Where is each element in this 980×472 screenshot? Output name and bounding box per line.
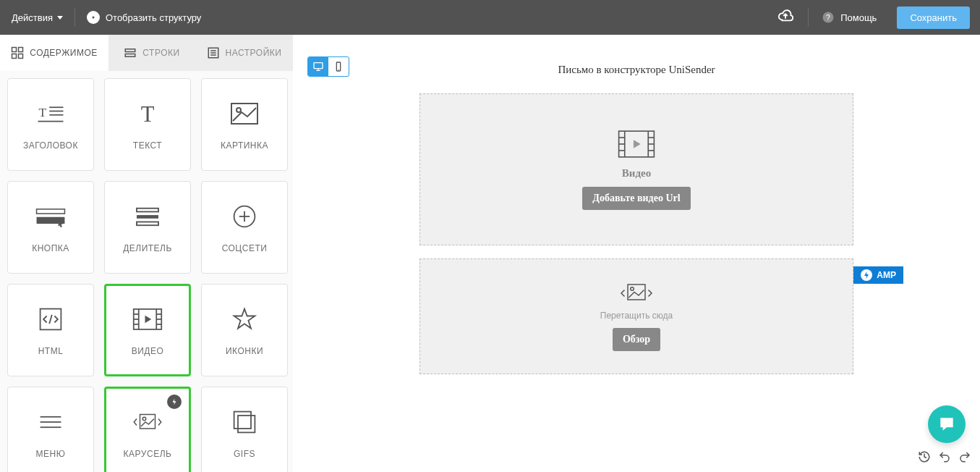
chat-fab[interactable] (928, 405, 966, 443)
tab-settings[interactable]: НАСТРОЙКИ (195, 35, 293, 71)
video-block-title: Видео (622, 167, 651, 180)
actions-dropdown[interactable]: Действия (0, 0, 74, 35)
tile-label: ВИДЕО (132, 346, 164, 356)
gifs-icon (229, 407, 260, 437)
tile-label: ИКОНКИ (226, 346, 263, 356)
tile-html[interactable]: HTML (7, 284, 94, 376)
carousel-icon (132, 407, 163, 437)
svg-point-0 (92, 17, 94, 19)
cloud-icon (776, 8, 795, 24)
mobile-view-button[interactable] (328, 57, 349, 76)
svg-point-47 (142, 417, 146, 421)
tile-social[interactable]: СОЦСЕТИ (201, 181, 288, 274)
svg-rect-4 (19, 48, 23, 52)
text-icon: T (132, 98, 163, 129)
cloud-status-button[interactable] (763, 8, 808, 27)
history-button[interactable] (916, 449, 932, 465)
tile-video[interactable]: ВИДЕО (104, 284, 191, 376)
redo-icon (958, 450, 971, 463)
chat-icon (937, 415, 956, 434)
top-bar: Действия Отобразить структуру ? Помощь С… (0, 0, 980, 35)
help-button[interactable]: ? Помощь (809, 11, 890, 24)
svg-rect-50 (314, 63, 323, 69)
settings-tab-icon (207, 46, 220, 59)
svg-rect-49 (234, 412, 251, 429)
tile-label: GIFS (234, 449, 255, 459)
svg-rect-21 (37, 209, 65, 214)
history-icon (918, 450, 931, 463)
video-placeholder-icon (618, 130, 655, 159)
save-button[interactable]: Сохранить (897, 7, 970, 29)
bolt-icon (861, 269, 872, 281)
redo-button[interactable] (957, 449, 973, 465)
history-controls (916, 449, 973, 465)
amp-badge: AMP (853, 266, 903, 284)
svg-rect-3 (12, 48, 17, 52)
tile-image[interactable]: КАРТИНКА (201, 78, 288, 171)
tile-label: СОЦСЕТИ (222, 243, 268, 253)
svg-rect-5 (12, 54, 17, 59)
tile-star[interactable]: ИКОНКИ (201, 284, 288, 376)
video-block[interactable]: Видео Добавьте видео Url (419, 93, 853, 245)
svg-rect-48 (238, 416, 255, 432)
tile-label: КАРУСЕЛЬ (124, 449, 172, 459)
video-icon (132, 304, 163, 334)
content-tab-icon (11, 46, 24, 59)
browse-button[interactable]: Обзор (613, 328, 660, 351)
svg-marker-42 (234, 309, 255, 329)
tab-rows[interactable]: СТРОКИ (108, 35, 195, 71)
canvas-area: Письмо в конструкторе UniSender Видео До… (293, 35, 980, 472)
tile-text[interactable]: TТЕКСТ (104, 78, 191, 171)
menu-icon (35, 407, 66, 437)
button-icon (35, 201, 66, 232)
desktop-view-button[interactable] (308, 57, 328, 76)
svg-rect-46 (140, 415, 155, 429)
svg-rect-25 (137, 215, 158, 219)
svg-rect-6 (19, 54, 23, 59)
star-icon (229, 304, 260, 334)
carousel-block[interactable]: AMP Перетащить сюда Обзор (419, 258, 853, 374)
svg-point-20 (237, 108, 241, 112)
amp-badge-icon (167, 395, 182, 409)
help-label: Помощь (840, 12, 877, 23)
add-video-url-button[interactable]: Добавьте видео Url (582, 187, 690, 210)
svg-line-31 (49, 315, 52, 324)
tile-label: HTML (38, 346, 64, 356)
heading-icon: T (35, 98, 66, 129)
tab-content-label: СОДЕРЖИМОЕ (30, 48, 98, 58)
tile-divider[interactable]: ДЕЛИТЕЛЬ (104, 181, 191, 274)
eye-icon (87, 11, 100, 24)
svg-text:?: ? (826, 13, 830, 22)
tile-label: МЕНЮ (36, 449, 66, 459)
page-title: Письмо в конструкторе UniSender (293, 64, 980, 76)
tile-heading[interactable]: TЗАГОЛОВОК (7, 78, 94, 171)
svg-rect-24 (137, 208, 158, 212)
tab-settings-label: НАСТРОЙКИ (226, 48, 282, 58)
svg-text:T: T (38, 105, 46, 119)
tile-menu[interactable]: МЕНЮ (7, 387, 94, 472)
amp-label: AMP (877, 270, 896, 280)
svg-text:T: T (141, 102, 155, 127)
desktop-icon (312, 61, 324, 72)
question-icon: ? (822, 11, 835, 24)
tile-button[interactable]: КНОПКА (7, 181, 94, 274)
tab-rows-label: СТРОКИ (142, 48, 179, 58)
actions-label: Действия (12, 12, 53, 23)
sidebar-tabs: СОДЕРЖИМОЕ СТРОКИ НАСТРОЙКИ (0, 35, 293, 71)
tile-gifs[interactable]: GIFS (201, 387, 288, 472)
tile-carousel[interactable]: КАРУСЕЛЬ (104, 387, 191, 472)
device-toggle (307, 56, 349, 77)
svg-marker-64 (634, 140, 641, 148)
svg-rect-7 (126, 49, 136, 52)
show-structure-toggle[interactable]: Отобразить структуру (75, 0, 213, 35)
chevron-down-icon (57, 16, 63, 20)
content-tiles-grid: TЗАГОЛОВОКTТЕКСТКАРТИНКАКНОПКАДЕЛИТЕЛЬСО… (0, 71, 293, 472)
tab-content[interactable]: СОДЕРЖИМОЕ (0, 35, 108, 71)
svg-point-54 (338, 69, 338, 69)
carousel-drag-label: Перетащить сюда (600, 311, 673, 321)
undo-button[interactable] (937, 449, 953, 465)
tile-label: ЗАГОЛОВОК (23, 140, 78, 151)
tile-label: КНОПКА (32, 243, 69, 253)
image-icon (229, 98, 260, 129)
svg-rect-8 (126, 54, 136, 57)
